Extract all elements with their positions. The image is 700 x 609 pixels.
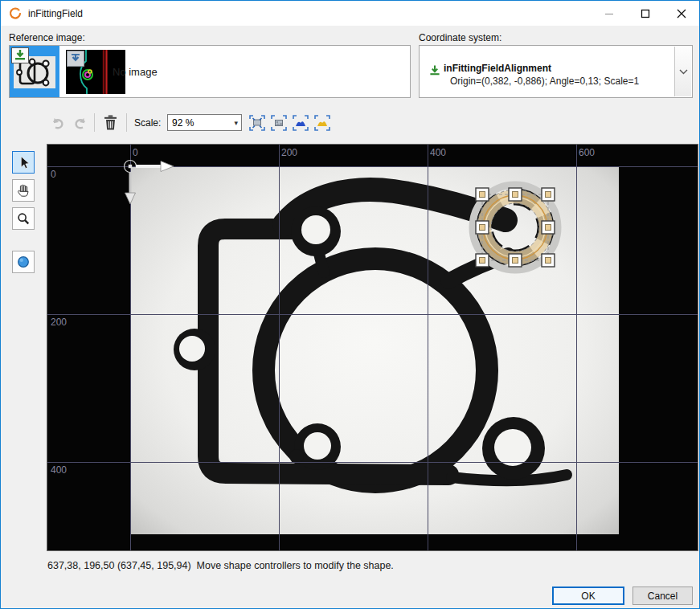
pan-hand-icon (16, 183, 31, 198)
scale-input[interactable] (168, 117, 228, 129)
window-title: inFittingField (28, 8, 83, 19)
cancel-button[interactable]: Cancel (632, 587, 693, 605)
select-cursor-icon (16, 155, 31, 170)
circle-shape-tool-button[interactable] (12, 251, 35, 273)
minimize-button[interactable] (591, 1, 627, 26)
reference-thumbnail-selected[interactable] (10, 46, 59, 97)
undo-icon (50, 116, 66, 130)
close-button[interactable] (663, 1, 699, 26)
chevron-down-icon (679, 69, 688, 75)
center-shape-icon (314, 115, 330, 131)
scale-combobox[interactable]: ▾ (167, 114, 242, 131)
zoom-magnifier-icon (16, 211, 31, 226)
reference-image-box: No image (9, 45, 411, 98)
select-tool-button[interactable] (12, 151, 35, 174)
dialog-window: inFittingField Reference image: (0, 0, 700, 609)
ruler-x-0: 0 (133, 147, 138, 158)
zoom-tool-button[interactable] (12, 207, 35, 230)
fit-image-button[interactable] (247, 112, 267, 133)
ruler-y-400: 400 (51, 464, 67, 476)
coordinate-dropdown-button[interactable] (674, 47, 691, 96)
toolbar-separator (94, 113, 95, 132)
fit-shape-icon (293, 115, 309, 131)
toolbar-separator (126, 113, 127, 132)
pan-tool-button[interactable] (12, 179, 35, 202)
scale-dropdown-arrow-icon[interactable]: ▾ (234, 119, 241, 127)
app-logo-icon (8, 6, 22, 20)
preview-badge-icon (67, 51, 84, 67)
undo-button[interactable] (47, 112, 68, 133)
title-bar: inFittingField (1, 1, 699, 26)
center-shape-button[interactable] (312, 112, 332, 133)
ok-button[interactable]: OK (552, 587, 624, 605)
fit-shape-button[interactable] (290, 112, 310, 133)
circle-shape-icon (16, 255, 31, 269)
no-image-text: No image (113, 46, 158, 97)
delete-shape-button[interactable] (100, 112, 121, 133)
ruler-y-0: 0 (51, 169, 56, 180)
ruler-x-600: 600 (579, 147, 595, 158)
coordinate-system-select[interactable]: inFittingFieldAlignment Origin=(0,382, -… (419, 45, 693, 98)
original-size-icon (271, 115, 287, 131)
redo-button[interactable] (70, 112, 90, 133)
original-size-button[interactable] (268, 112, 289, 133)
status-bar-text: 637,38, 196,50 (637,45, 195,94) Move sha… (47, 560, 394, 571)
fit-image-icon (249, 115, 265, 131)
alignment-details: Origin=(0,382, -0,886); Angle=0,13; Scal… (450, 76, 639, 87)
image-canvas[interactable]: 0 200 400 600 0 200 400 (47, 144, 698, 551)
trash-icon (104, 115, 117, 130)
coordinate-system-label: Coordinate system: (419, 32, 501, 43)
maximize-button[interactable] (627, 1, 663, 26)
ruler-y-200: 200 (51, 317, 67, 328)
reference-image-label: Reference image: (9, 32, 85, 43)
input-port-icon (428, 64, 441, 77)
alignment-name: inFittingFieldAlignment (444, 63, 551, 74)
ruler-x-200: 200 (281, 147, 297, 158)
redo-icon (72, 116, 88, 130)
ruler-x-400: 400 (430, 147, 446, 158)
scale-label: Scale: (134, 117, 161, 129)
canvas-toolbar: Scale: ▾ (1, 110, 699, 137)
import-image-badge-icon (11, 47, 29, 63)
